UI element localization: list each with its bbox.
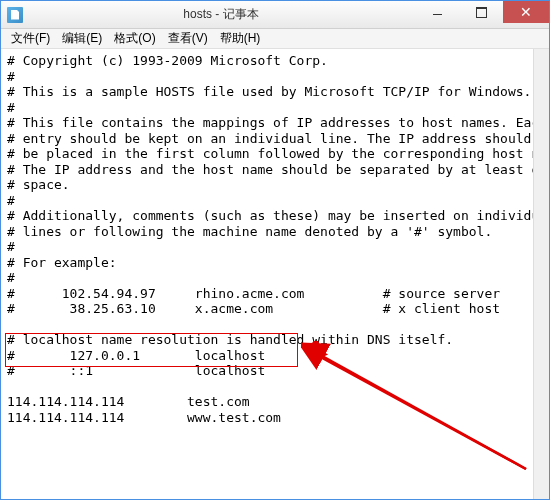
title-bar: hosts - 记事本 ✕ xyxy=(1,1,549,29)
menu-edit[interactable]: 编辑(E) xyxy=(56,28,108,49)
vertical-scrollbar[interactable] xyxy=(533,49,549,499)
maximize-button[interactable] xyxy=(459,1,503,23)
menu-view[interactable]: 查看(V) xyxy=(162,28,214,49)
menu-format[interactable]: 格式(O) xyxy=(108,28,161,49)
menu-bar: 文件(F) 编辑(E) 格式(O) 查看(V) 帮助(H) xyxy=(1,29,549,49)
text-editor-content[interactable]: # Copyright (c) 1993-2009 Microsoft Corp… xyxy=(1,49,549,499)
minimize-button[interactable] xyxy=(415,1,459,23)
menu-help[interactable]: 帮助(H) xyxy=(214,28,267,49)
window-controls: ✕ xyxy=(415,1,549,28)
notepad-icon xyxy=(7,7,23,23)
window-title: hosts - 记事本 xyxy=(27,6,415,23)
close-button[interactable]: ✕ xyxy=(503,1,549,23)
menu-file[interactable]: 文件(F) xyxy=(5,28,56,49)
